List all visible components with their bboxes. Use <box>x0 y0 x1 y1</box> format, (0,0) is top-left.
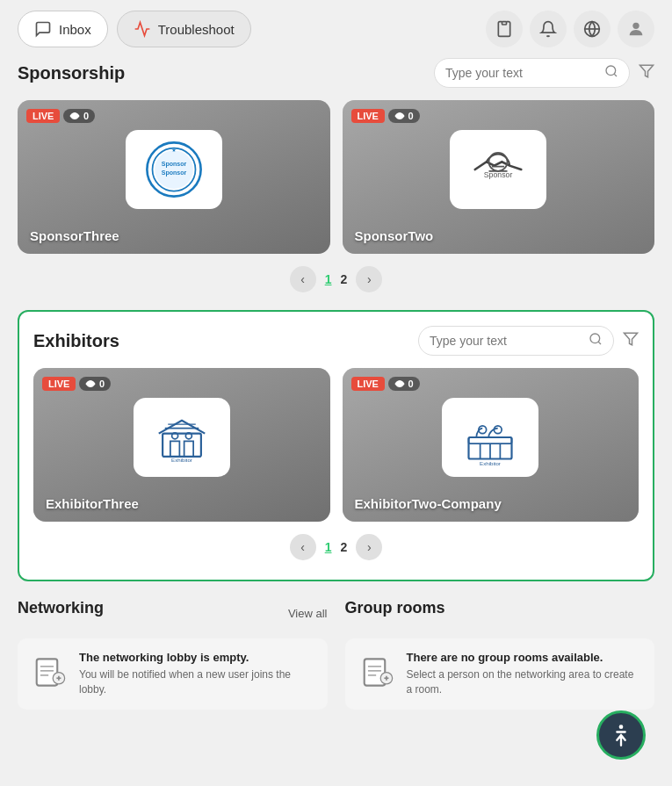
group-rooms-title: Group rooms <box>345 599 445 617</box>
exhibitor-two-live-badge: LIVE <box>351 377 385 391</box>
inbox-label: Inbox <box>59 22 91 37</box>
sponsorship-page-1[interactable]: 1 <box>325 272 332 286</box>
inbox-tab[interactable]: Inbox <box>18 11 108 47</box>
networking-info-text: The networking lobby is empty. You will … <box>79 651 315 697</box>
sponsor-two-label: SponsorTwo <box>355 228 434 243</box>
globe-button[interactable] <box>574 11 611 47</box>
svg-rect-21 <box>170 441 180 457</box>
header-actions <box>486 11 654 47</box>
sponsor-three-logo: Sponsor Sponsor <box>126 130 222 209</box>
exhibitor-two-viewers: 0 <box>388 377 420 391</box>
svg-point-37 <box>398 383 401 386</box>
exhibitors-next-button[interactable]: › <box>356 534 382 560</box>
exhibitors-filter-icon[interactable] <box>623 331 639 351</box>
exhibitor-two-card[interactable]: Exhibitor LIVE 0 ExhibitorTwo-Company <box>343 368 639 522</box>
accessibility-button[interactable] <box>596 710 646 760</box>
svg-marker-6 <box>640 65 654 77</box>
svg-marker-19 <box>625 333 638 345</box>
svg-point-28 <box>90 383 92 386</box>
sponsor-two-live-badge: LIVE <box>351 109 385 123</box>
sponsorship-title: Sponsorship <box>18 63 125 83</box>
sponsorship-search-bar[interactable] <box>434 58 630 88</box>
sponsorship-page-2[interactable]: 2 <box>341 272 348 286</box>
search-icon <box>604 64 618 82</box>
sponsorship-prev-button[interactable]: ‹ <box>290 266 316 292</box>
exhibitor-three-label: ExhibitorThree <box>46 496 139 511</box>
svg-rect-20 <box>163 433 201 456</box>
networking-empty-desc: You will be notified when a new user joi… <box>79 667 315 697</box>
svg-point-13 <box>74 115 76 118</box>
notification-button[interactable] <box>530 11 567 47</box>
group-rooms-empty-desc: Select a person on the networking area t… <box>407 667 643 697</box>
svg-line-18 <box>598 342 601 344</box>
svg-point-15 <box>489 152 508 170</box>
networking-header: Networking View all <box>18 599 328 628</box>
sponsor-two-viewers: 0 <box>388 109 420 123</box>
group-rooms-info-card: There are no group rooms available. Sele… <box>345 638 655 710</box>
sponsor-three-live-badge: LIVE <box>26 109 60 123</box>
exhibitors-page-2[interactable]: 2 <box>341 540 348 554</box>
exhibitors-header: Exhibitors <box>33 326 639 356</box>
svg-line-5 <box>614 74 617 76</box>
troubleshoot-label: Troubleshoot <box>158 22 235 37</box>
exhibitor-two-label: ExhibitorTwo-Company <box>355 496 502 511</box>
sponsor-two-card[interactable]: Sponsor LIVE 0 SponsorTwo <box>343 100 655 254</box>
svg-text:Sponsor: Sponsor <box>162 169 187 177</box>
exhibitor-three-logo: Exhibitor <box>134 398 230 477</box>
exhibitor-three-viewers: 0 <box>79 377 111 391</box>
exhibitor-three-live-badge: LIVE <box>42 377 76 391</box>
sponsor-three-label: SponsorThree <box>30 228 119 243</box>
chat-icon <box>34 20 52 38</box>
svg-rect-0 <box>502 22 507 25</box>
svg-point-16 <box>398 115 401 118</box>
svg-text:Sponsor: Sponsor <box>162 160 187 167</box>
sponsorship-cards: Sponsor Sponsor LIVE 0 SponsorThree <box>18 100 654 254</box>
header: Inbox Troubleshoot <box>0 0 672 58</box>
sponsor-two-logo: Sponsor <box>450 130 546 209</box>
search-icon-exhibitors <box>589 332 603 350</box>
svg-text:Exhibitor: Exhibitor <box>480 459 501 465</box>
nav-tabs: Inbox Troubleshoot <box>18 11 251 47</box>
group-rooms-empty-title: There are no group rooms available. <box>407 651 643 664</box>
networking-title: Networking <box>18 599 104 617</box>
main-content: Sponsorship <box>0 58 672 727</box>
heartbeat-icon <box>134 20 151 38</box>
svg-point-32 <box>495 425 502 433</box>
group-rooms-info-text: There are no group rooms available. Sele… <box>407 651 643 697</box>
group-rooms-icon <box>358 651 396 689</box>
networking-section: Networking View all The netw <box>18 599 328 710</box>
sponsorship-filter-icon[interactable] <box>639 63 654 83</box>
networking-icon <box>30 651 69 689</box>
exhibitors-pagination: ‹ 1 2 › <box>33 534 639 560</box>
troubleshoot-tab[interactable]: Troubleshoot <box>117 11 251 47</box>
svg-rect-22 <box>184 441 193 457</box>
sponsor-three-card[interactable]: Sponsor Sponsor LIVE 0 SponsorThree <box>18 100 330 254</box>
svg-point-4 <box>606 66 616 76</box>
exhibitors-title: Exhibitors <box>33 331 119 351</box>
svg-point-52 <box>619 725 624 729</box>
networking-view-all[interactable]: View all <box>288 607 328 620</box>
networking-empty-title: The networking lobby is empty. <box>79 651 315 664</box>
svg-point-3 <box>632 23 639 29</box>
svg-point-17 <box>590 334 600 343</box>
sponsor-three-viewers: 0 <box>63 109 95 123</box>
svg-text:Exhibitor: Exhibitor <box>171 457 192 463</box>
exhibitors-section: Exhibitors <box>18 310 654 581</box>
sponsorship-section: Sponsorship <box>18 58 654 292</box>
networking-info-card: The networking lobby is empty. You will … <box>18 638 328 710</box>
sponsorship-pagination: ‹ 1 2 › <box>18 266 654 292</box>
sponsorship-header: Sponsorship <box>18 58 654 88</box>
exhibitors-page-1[interactable]: 1 <box>325 540 332 554</box>
exhibitor-three-card[interactable]: Exhibitor LIVE 0 ExhibitorThree <box>33 368 330 522</box>
exhibitors-cards: Exhibitor LIVE 0 ExhibitorThree <box>33 368 639 522</box>
group-rooms-section: Group rooms There are no group rooms <box>345 599 655 710</box>
sponsorship-next-button[interactable]: › <box>356 266 382 292</box>
bottom-grid: Networking View all The netw <box>18 599 654 710</box>
clipboard-button[interactable] <box>486 11 523 47</box>
exhibitors-prev-button[interactable]: ‹ <box>290 534 316 560</box>
exhibitors-search-bar[interactable] <box>418 326 614 356</box>
sponsorship-search-input[interactable] <box>445 66 599 80</box>
exhibitors-search-input[interactable] <box>430 334 583 348</box>
avatar-button[interactable] <box>618 11 654 47</box>
exhibitor-two-logo: Exhibitor <box>442 398 538 477</box>
